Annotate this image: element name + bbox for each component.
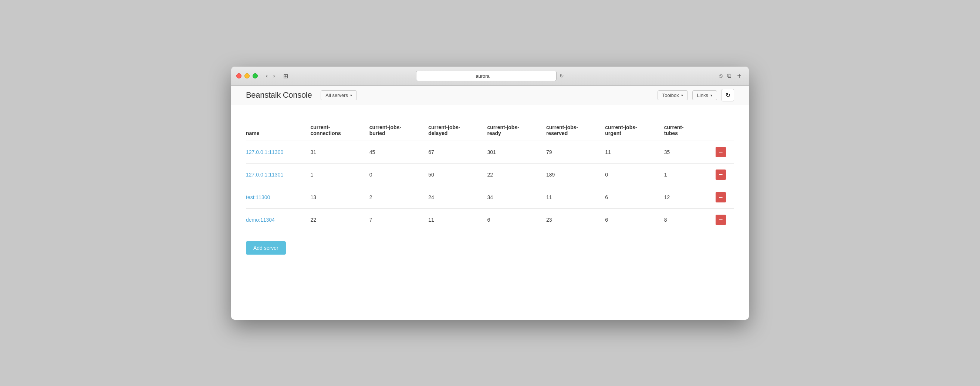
url-refresh-icon[interactable]: ↻ xyxy=(560,73,564,79)
nav-buttons: ‹ › xyxy=(264,71,277,81)
cell-current_connections: 13 xyxy=(310,186,369,208)
url-input[interactable] xyxy=(416,71,557,81)
links-dropdown[interactable]: Links ▾ xyxy=(692,90,717,100)
browser-window: ‹ › ⊞ ↻ ⎋ ⧉ + Beanstalk Console All serv… xyxy=(231,67,749,320)
cell-current_jobs_urgent: 0 xyxy=(605,163,664,186)
all-servers-arrow-icon: ▾ xyxy=(350,93,352,97)
all-servers-label: All servers xyxy=(325,93,348,98)
cell-current_jobs_ready: 6 xyxy=(487,208,546,231)
cell-current_jobs_ready: 301 xyxy=(487,140,546,163)
cell-current_connections: 1 xyxy=(310,163,369,186)
add-server-button[interactable]: Add server xyxy=(246,241,286,255)
titlebar: ‹ › ⊞ ↻ ⎋ ⧉ + xyxy=(231,67,749,86)
col-header-tubes: current-tubes xyxy=(664,120,716,141)
table-row: test:11300132243411612− xyxy=(246,186,734,208)
forward-button[interactable]: › xyxy=(271,71,277,81)
col-header-name: name xyxy=(246,120,310,141)
all-servers-dropdown[interactable]: All servers ▾ xyxy=(321,90,357,100)
add-tab-button[interactable]: + xyxy=(735,71,744,81)
server-link[interactable]: 127.0.0.1:11301 xyxy=(246,172,283,178)
share-button[interactable]: ⎋ xyxy=(718,72,723,80)
cell-current_jobs_delayed: 24 xyxy=(428,186,487,208)
cell-current_jobs_delayed: 11 xyxy=(428,208,487,231)
cell-current_jobs_urgent: 6 xyxy=(605,208,664,231)
cell-current_connections: 31 xyxy=(310,140,369,163)
back-button[interactable]: ‹ xyxy=(264,71,270,81)
close-button[interactable] xyxy=(236,73,242,78)
cell-current_jobs_urgent: 6 xyxy=(605,186,664,208)
cell-current_jobs_buried: 0 xyxy=(369,163,428,186)
cell-current_jobs_buried: 45 xyxy=(369,140,428,163)
col-header-reserved: current-jobs-reserved xyxy=(546,120,605,141)
remove-server-button[interactable]: − xyxy=(716,147,726,157)
toolbox-label: Toolbox xyxy=(662,93,679,98)
col-header-actions xyxy=(716,120,734,141)
server-link[interactable]: test:11300 xyxy=(246,194,270,200)
links-arrow-icon: ▾ xyxy=(710,93,712,97)
cell-current_jobs_delayed: 50 xyxy=(428,163,487,186)
toolbox-dropdown[interactable]: Toolbox ▾ xyxy=(657,90,688,100)
minimize-button[interactable] xyxy=(245,73,250,78)
cell-current_tubes: 8 xyxy=(664,208,716,231)
menubar: Beanstalk Console All servers ▾ Toolbox … xyxy=(231,86,749,105)
main-content: name current-connections current-jobs-bu… xyxy=(231,105,749,320)
remove-server-button[interactable]: − xyxy=(716,169,726,180)
url-bar-container: ↻ xyxy=(416,71,564,81)
app-title: Beanstalk Console xyxy=(246,90,312,100)
table-row: 127.0.0.1:11300314567301791135− xyxy=(246,140,734,163)
cell-current_jobs_reserved: 23 xyxy=(546,208,605,231)
cell-current_tubes: 35 xyxy=(664,140,716,163)
table-header-row: name current-connections current-jobs-bu… xyxy=(246,120,734,141)
duplicate-tab-button[interactable]: ⧉ xyxy=(726,72,732,80)
action-cell: − xyxy=(716,186,734,208)
table-row: demo:113042271162368− xyxy=(246,208,734,231)
col-header-urgent: current-jobs-urgent xyxy=(605,120,664,141)
action-cell: − xyxy=(716,208,734,231)
col-header-connections: current-connections xyxy=(310,120,369,141)
url-actions: ⎋ ⧉ + xyxy=(718,71,744,81)
cell-current_jobs_buried: 2 xyxy=(369,186,428,208)
cell-current_jobs_ready: 22 xyxy=(487,163,546,186)
links-label: Links xyxy=(697,93,708,98)
action-cell: − xyxy=(716,163,734,186)
cell-current_jobs_ready: 34 xyxy=(487,186,546,208)
server-link[interactable]: 127.0.0.1:11300 xyxy=(246,149,283,155)
cell-current_tubes: 1 xyxy=(664,163,716,186)
toolbox-arrow-icon: ▾ xyxy=(681,93,683,97)
cell-current_jobs_urgent: 11 xyxy=(605,140,664,163)
cell-current_jobs_reserved: 189 xyxy=(546,163,605,186)
table-row: 127.0.0.1:1130110502218901− xyxy=(246,163,734,186)
maximize-button[interactable] xyxy=(253,73,258,78)
refresh-button[interactable]: ↻ xyxy=(722,89,734,101)
cell-current_tubes: 12 xyxy=(664,186,716,208)
menubar-right: Toolbox ▾ Links ▾ ↻ xyxy=(657,89,734,101)
cell-current_jobs_reserved: 11 xyxy=(546,186,605,208)
refresh-icon: ↻ xyxy=(725,92,730,99)
cell-current_connections: 22 xyxy=(310,208,369,231)
action-cell: − xyxy=(716,140,734,163)
cell-current_jobs_reserved: 79 xyxy=(546,140,605,163)
col-header-buried: current-jobs-buried xyxy=(369,120,428,141)
cell-current_jobs_delayed: 67 xyxy=(428,140,487,163)
traffic-lights xyxy=(236,73,258,78)
server-link[interactable]: demo:11304 xyxy=(246,217,275,223)
col-header-delayed: current-jobs-delayed xyxy=(428,120,487,141)
servers-table: name current-connections current-jobs-bu… xyxy=(246,120,734,231)
remove-server-button[interactable]: − xyxy=(716,215,726,225)
col-header-ready: current-jobs-ready xyxy=(487,120,546,141)
sidebar-toggle-button[interactable]: ⊞ xyxy=(280,71,291,81)
remove-server-button[interactable]: − xyxy=(716,192,726,203)
cell-current_jobs_buried: 7 xyxy=(369,208,428,231)
